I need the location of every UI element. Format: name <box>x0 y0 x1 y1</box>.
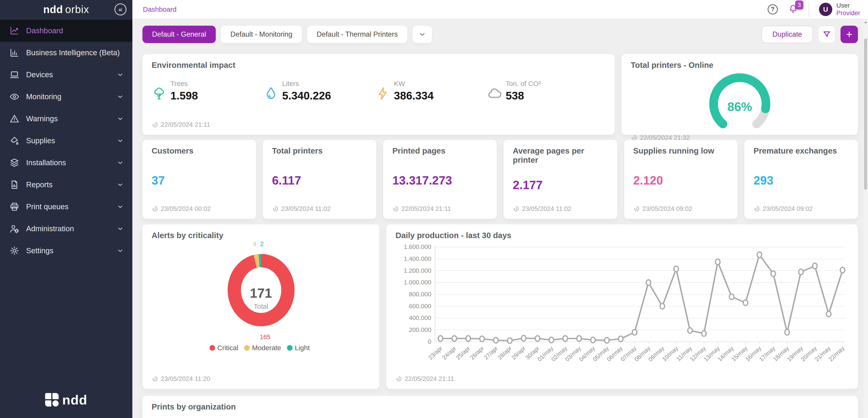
chevron-down-icon <box>117 247 124 254</box>
main-area: Dashboard ? 3 U User Provider <box>132 0 868 418</box>
metric-label: Trees <box>170 80 198 88</box>
svg-text:800.000: 800.000 <box>409 291 431 298</box>
legend-item-moderate[interactable]: Moderate <box>244 344 281 352</box>
dashboard-content: Default - General Default - Monitoring D… <box>132 19 868 418</box>
sidebar-item-devices[interactable]: Devices <box>0 64 132 86</box>
metric-label: Ton. of CO² <box>506 80 541 88</box>
user-gear-icon <box>9 223 20 234</box>
environmental-metrics: Trees 1.598 Liters 5.340.226 <box>152 80 606 102</box>
notifications-button[interactable]: 3 <box>788 4 798 15</box>
timestamp-text: 23/05/2024 11:02 <box>281 205 331 212</box>
chevron-down-icon <box>418 31 426 38</box>
tab-default-monitoring[interactable]: Default - Monitoring <box>221 26 302 43</box>
scrollbar-thumb[interactable] <box>864 38 867 190</box>
sidebar-item-dashboard[interactable]: Dashboard <box>0 20 132 42</box>
svg-text:0: 0 <box>428 338 431 345</box>
sidebar: ndd orbix « Dashboard Business Intellige… <box>0 0 132 418</box>
sidebar-item-print-queues[interactable]: Print queues <box>0 196 132 218</box>
add-dashboard-button[interactable]: + <box>840 26 858 43</box>
svg-text:600.000: 600.000 <box>409 303 431 309</box>
history-icon <box>272 205 279 212</box>
svg-text:10/may: 10/may <box>661 345 679 362</box>
sidebar-item-reports[interactable]: Reports <box>0 174 132 196</box>
user-menu[interactable]: U User Provider <box>819 2 860 17</box>
sidebar-item-settings[interactable]: Settings <box>0 240 132 262</box>
sidebar-item-label: Settings <box>26 246 53 255</box>
legend-label: Critical <box>217 344 239 352</box>
printers-online-gauge: 86% <box>700 71 780 134</box>
avatar: U <box>819 3 832 16</box>
topbar-actions: ? 3 U User Provider <box>768 2 860 17</box>
water-drop-icon <box>264 86 278 102</box>
metric-trees: Trees 1.598 <box>152 80 264 102</box>
daily-production-line-chart: 0200.000400.000600.000800.0001.000.0001.… <box>396 243 849 368</box>
lightning-icon <box>375 86 390 102</box>
help-button[interactable]: ? <box>768 4 778 14</box>
help-icon: ? <box>771 6 775 13</box>
card-title: Customers <box>152 146 247 155</box>
history-icon <box>152 376 158 382</box>
svg-text:27/apr: 27/apr <box>482 345 499 361</box>
more-tabs-button[interactable] <box>412 26 432 43</box>
metric-kw: KW 386.334 <box>375 80 487 102</box>
kpi-value: 37 <box>152 174 247 187</box>
card-title: Environmental impact <box>152 60 606 70</box>
alerts-legend: Critical Moderate Light <box>152 344 370 352</box>
metric-value: 538 <box>506 89 541 102</box>
card-timestamp: 23/05/2024 09:02 <box>633 205 728 212</box>
svg-text:1.200.000: 1.200.000 <box>404 267 431 274</box>
svg-text:29/apr: 29/apr <box>510 345 527 361</box>
scroll-up-arrow-icon[interactable] <box>864 21 867 23</box>
card-timestamp: 23/05/2024 11:02 <box>513 205 608 212</box>
sidebar-item-installations[interactable]: Installations <box>0 152 132 174</box>
vertical-scrollbar[interactable] <box>863 19 868 418</box>
timestamp-text: 23/05/2024 11:02 <box>522 205 571 212</box>
warning-triangle-icon <box>9 114 20 124</box>
legend-dot <box>210 345 215 351</box>
donut-label-light: 2 <box>260 240 264 248</box>
chevron-down-icon <box>117 71 124 78</box>
sidebar-item-supplies[interactable]: Supplies <box>0 130 132 152</box>
chevron-down-icon <box>117 159 124 166</box>
timestamp-text: 22/05/2024 21:11 <box>401 205 451 212</box>
sidebar-item-label: Installations <box>26 158 66 167</box>
filter-button[interactable] <box>818 26 835 43</box>
sidebar-item-administration[interactable]: Administration <box>0 218 132 240</box>
sidebar-item-business-intelligence[interactable]: Business Intelligence (Beta) <box>0 42 132 64</box>
sidebar-item-label: Reports <box>26 180 53 189</box>
donut-label-moderate: 4 <box>253 240 256 248</box>
kpi-card-premature-exchanges: Premature exchanges 293 23/05/2024 09:02 <box>744 140 858 219</box>
sidebar-item-label: Monitoring <box>26 92 61 101</box>
sidebar-item-warnings[interactable]: Warnings <box>0 108 132 130</box>
kpi-value: 2.120 <box>633 174 728 187</box>
eye-icon <box>9 91 20 102</box>
legend-item-light[interactable]: Light <box>287 344 310 352</box>
printers-online-card: Total printers - Online 86% 22/05/2024 2… <box>622 54 858 135</box>
sidebar-collapse-button[interactable]: « <box>115 3 126 16</box>
sidebar-item-label: Dashboard <box>26 26 63 35</box>
ink-bucket-icon <box>9 136 20 146</box>
svg-text:25/apr: 25/apr <box>455 345 471 361</box>
svg-text:200.000: 200.000 <box>409 327 431 333</box>
sidebar-item-label: Devices <box>26 70 53 79</box>
timestamp-text: 23/05/2024 09:02 <box>763 205 813 212</box>
breadcrumb[interactable]: Dashboard <box>143 5 177 13</box>
chevron-down-icon <box>117 115 124 122</box>
tab-default-thermal-printers[interactable]: Default - Thermal Printers <box>307 26 407 43</box>
tab-default-general[interactable]: Default - General <box>143 26 216 43</box>
chevron-down-icon <box>117 181 124 188</box>
logo-text-bold: ndd <box>43 3 63 16</box>
card-timestamp: 23/05/2024 00:02 <box>152 205 247 212</box>
sidebar-item-monitoring[interactable]: Monitoring <box>0 86 132 108</box>
kpi-card-supplies-low: Supplies running low 2.120 23/05/2024 09… <box>624 140 738 219</box>
notification-count-badge: 3 <box>795 0 803 10</box>
sidebar-item-label: Business Intelligence (Beta) <box>26 48 120 57</box>
legend-label: Light <box>295 344 310 352</box>
report-doc-icon <box>9 179 20 190</box>
topbar-divider <box>808 2 809 17</box>
printer-icon <box>9 202 20 212</box>
duplicate-button[interactable]: Duplicate <box>762 26 813 43</box>
history-icon <box>392 205 399 212</box>
metric-value: 5.340.226 <box>282 89 331 102</box>
legend-item-critical[interactable]: Critical <box>210 344 239 352</box>
